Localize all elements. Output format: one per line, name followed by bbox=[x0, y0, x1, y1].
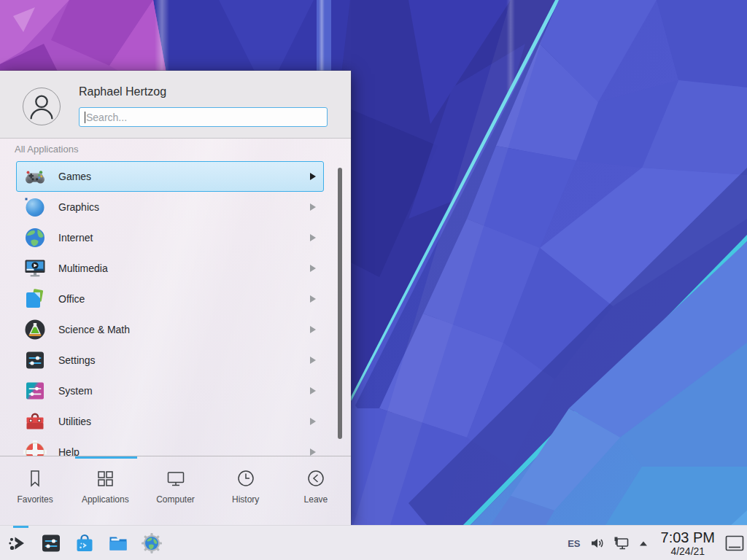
section-label: All Applications bbox=[15, 144, 78, 155]
digital-clock[interactable]: 7:03 PM 4/24/21 bbox=[661, 530, 715, 556]
application-launcher-button[interactable] bbox=[6, 532, 29, 555]
keyboard-layout-indicator[interactable]: ES bbox=[568, 538, 580, 549]
tab-computer[interactable]: Computer bbox=[140, 459, 210, 525]
caret-up-icon bbox=[638, 539, 649, 548]
user-name: Raphael Hertzog bbox=[79, 85, 166, 98]
tabbar-separator bbox=[0, 456, 351, 456]
taskbar-panel: ES 7:03 PM 4/ bbox=[0, 525, 747, 560]
submenu-arrow-icon bbox=[310, 448, 316, 456]
category-label: Settings bbox=[58, 354, 96, 366]
category-label: Utilities bbox=[58, 416, 91, 427]
help-icon bbox=[23, 440, 47, 456]
folder-icon bbox=[107, 532, 130, 555]
system-settings-icon bbox=[39, 532, 63, 555]
speaker-icon bbox=[590, 537, 605, 550]
volume-button[interactable] bbox=[590, 537, 605, 550]
search-input[interactable] bbox=[80, 108, 327, 126]
submenu-arrow-icon bbox=[310, 173, 316, 180]
application-launcher-popup: Raphael Hertzog All Applications bbox=[0, 71, 351, 525]
tab-label: Applications bbox=[82, 494, 129, 505]
active-tab-indicator bbox=[75, 456, 137, 459]
category-internet[interactable]: Internet bbox=[16, 222, 324, 253]
user-avatar[interactable] bbox=[23, 88, 61, 125]
user-icon bbox=[31, 96, 53, 120]
system-settings-button[interactable] bbox=[39, 532, 63, 555]
science-icon bbox=[23, 318, 47, 341]
monitor-icon bbox=[168, 472, 183, 486]
utilities-icon bbox=[23, 410, 47, 433]
system-tray: ES 7:03 PM 4/ bbox=[568, 526, 747, 560]
leave-back-icon bbox=[309, 471, 323, 486]
submenu-arrow-icon bbox=[310, 418, 316, 425]
submenu-arrow-icon bbox=[310, 326, 316, 333]
panel-launchers bbox=[6, 532, 163, 555]
category-label: Graphics bbox=[58, 201, 99, 213]
category-help[interactable]: Help bbox=[16, 437, 324, 456]
category-label: Games bbox=[58, 171, 91, 182]
tab-applications[interactable]: Applications bbox=[70, 459, 140, 525]
show-desktop-icon bbox=[725, 535, 744, 551]
settings-icon bbox=[23, 349, 47, 372]
category-office[interactable]: Office bbox=[16, 284, 324, 314]
category-label: System bbox=[58, 385, 93, 397]
clock-date: 4/24/21 bbox=[661, 546, 715, 556]
graphics-icon bbox=[23, 195, 47, 219]
category-label: Multimedia bbox=[58, 262, 108, 274]
launcher-header: Raphael Hertzog bbox=[0, 71, 351, 139]
kde-launcher-icon bbox=[6, 532, 29, 555]
category-settings[interactable]: Settings bbox=[16, 345, 324, 376]
tray-expander-button[interactable] bbox=[638, 539, 649, 548]
category-utilities[interactable]: Utilities bbox=[16, 406, 324, 437]
category-system[interactable]: System bbox=[16, 376, 324, 406]
submenu-arrow-icon bbox=[310, 234, 316, 241]
category-science[interactable]: Science & Math bbox=[16, 314, 324, 345]
tab-label: Computer bbox=[156, 494, 195, 505]
submenu-arrow-icon bbox=[310, 357, 316, 364]
discover-bag-icon bbox=[73, 532, 96, 555]
tab-label: Leave bbox=[304, 494, 328, 505]
tab-label: Favorites bbox=[17, 494, 53, 505]
games-icon bbox=[23, 165, 47, 188]
search-field[interactable] bbox=[79, 107, 328, 127]
tab-favorites[interactable]: Favorites bbox=[0, 459, 70, 525]
tab-leave[interactable]: Leave bbox=[281, 459, 351, 525]
internet-icon bbox=[23, 226, 47, 249]
app-grid-icon bbox=[98, 472, 112, 486]
bookmark-icon bbox=[31, 471, 39, 486]
network-button[interactable] bbox=[614, 536, 630, 551]
submenu-arrow-icon bbox=[310, 265, 316, 272]
active-task-indicator bbox=[13, 526, 28, 528]
category-label: Science & Math bbox=[58, 324, 130, 335]
category-games[interactable]: Games bbox=[16, 161, 324, 192]
category-label: Help bbox=[58, 446, 80, 456]
submenu-arrow-icon bbox=[310, 295, 316, 303]
clock-icon bbox=[239, 471, 253, 486]
submenu-arrow-icon bbox=[310, 387, 316, 394]
show-desktop-button[interactable] bbox=[722, 526, 747, 560]
web-browser-button[interactable] bbox=[140, 532, 163, 555]
text-caret bbox=[85, 112, 85, 123]
wired-network-icon bbox=[614, 536, 630, 551]
category-multimedia[interactable]: Multimedia bbox=[16, 253, 324, 284]
submenu-arrow-icon bbox=[310, 203, 316, 211]
clock-time: 7:03 PM bbox=[661, 530, 715, 545]
list-scrollbar[interactable] bbox=[338, 168, 342, 439]
globe-gear-icon bbox=[140, 532, 163, 555]
office-icon bbox=[23, 287, 47, 311]
category-label: Office bbox=[58, 293, 85, 305]
system-icon bbox=[23, 379, 47, 402]
tab-history[interactable]: History bbox=[211, 459, 281, 525]
category-label: Internet bbox=[58, 232, 93, 244]
category-list: Games Graphics Internet bbox=[0, 161, 351, 456]
launcher-tabbar: Favorites Applications Computer History … bbox=[0, 459, 351, 525]
tab-label: History bbox=[232, 494, 259, 505]
category-graphics[interactable]: Graphics bbox=[16, 192, 324, 222]
discover-button[interactable] bbox=[73, 532, 96, 555]
file-manager-button[interactable] bbox=[107, 532, 130, 555]
desktop: Raphael Hertzog All Applications bbox=[0, 0, 747, 560]
multimedia-icon bbox=[23, 257, 47, 280]
